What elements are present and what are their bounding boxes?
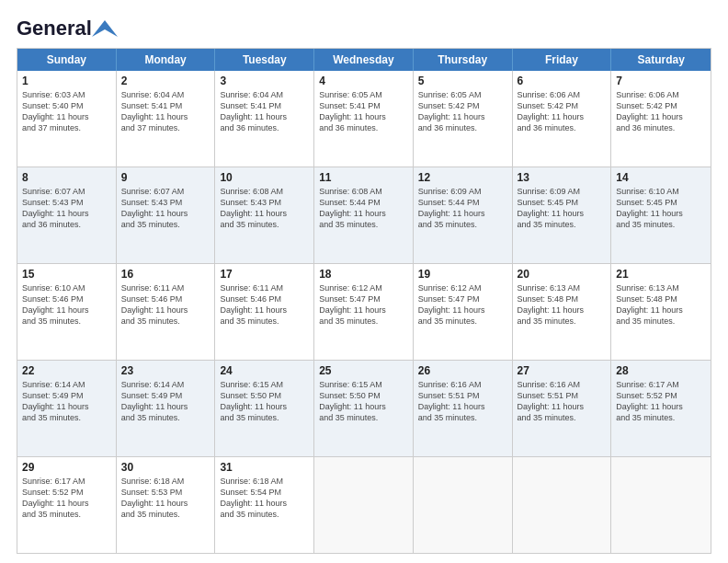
calendar-cell: 5Sunrise: 6:05 AM Sunset: 5:42 PM Daylig… bbox=[414, 71, 513, 167]
calendar: Sunday Monday Tuesday Wednesday Thursday… bbox=[17, 48, 711, 554]
calendar-cell: 12Sunrise: 6:09 AM Sunset: 5:44 PM Dayli… bbox=[414, 167, 513, 263]
day-number: 4 bbox=[319, 75, 408, 87]
header: General bbox=[17, 17, 711, 39]
calendar-cell bbox=[414, 457, 513, 553]
day-info: Sunrise: 6:07 AM Sunset: 5:43 PM Dayligh… bbox=[121, 186, 210, 231]
day-number: 31 bbox=[220, 461, 309, 474]
calendar-cell bbox=[513, 457, 612, 553]
calendar-cell: 23Sunrise: 6:14 AM Sunset: 5:49 PM Dayli… bbox=[117, 361, 216, 456]
logo-icon bbox=[92, 20, 118, 37]
day-number: 19 bbox=[418, 268, 507, 281]
day-info: Sunrise: 6:06 AM Sunset: 5:42 PM Dayligh… bbox=[616, 89, 706, 134]
day-info: Sunrise: 6:16 AM Sunset: 5:51 PM Dayligh… bbox=[418, 379, 507, 424]
calendar-header: Sunday Monday Tuesday Wednesday Thursday… bbox=[17, 49, 711, 71]
day-info: Sunrise: 6:16 AM Sunset: 5:51 PM Dayligh… bbox=[518, 379, 607, 424]
calendar-row-5: 29Sunrise: 6:17 AM Sunset: 5:52 PM Dayli… bbox=[17, 457, 711, 553]
day-number: 1 bbox=[22, 75, 111, 87]
calendar-cell: 16Sunrise: 6:11 AM Sunset: 5:46 PM Dayli… bbox=[117, 264, 216, 360]
header-wednesday: Wednesday bbox=[314, 49, 414, 71]
calendar-cell: 24Sunrise: 6:15 AM Sunset: 5:50 PM Dayli… bbox=[215, 361, 314, 456]
calendar-cell: 15Sunrise: 6:10 AM Sunset: 5:46 PM Dayli… bbox=[17, 264, 117, 360]
day-number: 7 bbox=[616, 75, 706, 87]
calendar-cell: 9Sunrise: 6:07 AM Sunset: 5:43 PM Daylig… bbox=[117, 167, 216, 263]
day-number: 5 bbox=[418, 75, 507, 87]
day-info: Sunrise: 6:17 AM Sunset: 5:52 PM Dayligh… bbox=[616, 379, 706, 424]
day-info: Sunrise: 6:14 AM Sunset: 5:49 PM Dayligh… bbox=[22, 379, 111, 424]
calendar-cell: 26Sunrise: 6:16 AM Sunset: 5:51 PM Dayli… bbox=[414, 361, 513, 456]
day-info: Sunrise: 6:15 AM Sunset: 5:50 PM Dayligh… bbox=[220, 379, 309, 424]
day-info: Sunrise: 6:05 AM Sunset: 5:41 PM Dayligh… bbox=[319, 89, 408, 134]
day-number: 22 bbox=[22, 364, 111, 377]
calendar-cell: 20Sunrise: 6:13 AM Sunset: 5:48 PM Dayli… bbox=[513, 264, 612, 360]
day-info: Sunrise: 6:10 AM Sunset: 5:46 PM Dayligh… bbox=[22, 282, 111, 327]
day-number: 14 bbox=[616, 171, 706, 184]
day-number: 25 bbox=[319, 364, 408, 377]
day-info: Sunrise: 6:04 AM Sunset: 5:41 PM Dayligh… bbox=[121, 89, 210, 134]
day-info: Sunrise: 6:08 AM Sunset: 5:43 PM Dayligh… bbox=[220, 186, 309, 231]
calendar-cell: 29Sunrise: 6:17 AM Sunset: 5:52 PM Dayli… bbox=[17, 457, 117, 553]
page: General Sunday Monday Tuesday Wednesday … bbox=[0, 0, 728, 563]
day-info: Sunrise: 6:17 AM Sunset: 5:52 PM Dayligh… bbox=[22, 476, 111, 521]
day-number: 30 bbox=[121, 461, 210, 474]
day-info: Sunrise: 6:08 AM Sunset: 5:44 PM Dayligh… bbox=[319, 186, 408, 231]
day-info: Sunrise: 6:18 AM Sunset: 5:53 PM Dayligh… bbox=[121, 476, 210, 521]
calendar-cell: 21Sunrise: 6:13 AM Sunset: 5:48 PM Dayli… bbox=[611, 264, 711, 360]
day-number: 12 bbox=[418, 171, 507, 184]
logo: General bbox=[17, 17, 118, 39]
day-info: Sunrise: 6:15 AM Sunset: 5:50 PM Dayligh… bbox=[319, 379, 408, 424]
day-info: Sunrise: 6:11 AM Sunset: 5:46 PM Dayligh… bbox=[121, 282, 210, 327]
day-number: 27 bbox=[518, 364, 607, 377]
calendar-cell: 11Sunrise: 6:08 AM Sunset: 5:44 PM Dayli… bbox=[314, 167, 414, 263]
day-info: Sunrise: 6:07 AM Sunset: 5:43 PM Dayligh… bbox=[22, 186, 111, 231]
day-number: 8 bbox=[22, 171, 111, 184]
day-number: 28 bbox=[616, 364, 706, 377]
logo-general: General bbox=[17, 17, 92, 40]
header-monday: Monday bbox=[117, 49, 216, 71]
calendar-cell: 3Sunrise: 6:04 AM Sunset: 5:41 PM Daylig… bbox=[215, 71, 314, 167]
header-tuesday: Tuesday bbox=[215, 49, 314, 71]
day-info: Sunrise: 6:11 AM Sunset: 5:46 PM Dayligh… bbox=[220, 282, 309, 327]
day-info: Sunrise: 6:05 AM Sunset: 5:42 PM Dayligh… bbox=[418, 89, 507, 134]
day-number: 16 bbox=[121, 268, 210, 281]
calendar-cell: 27Sunrise: 6:16 AM Sunset: 5:51 PM Dayli… bbox=[513, 361, 612, 456]
calendar-cell: 4Sunrise: 6:05 AM Sunset: 5:41 PM Daylig… bbox=[314, 71, 414, 167]
calendar-cell: 18Sunrise: 6:12 AM Sunset: 5:47 PM Dayli… bbox=[314, 264, 414, 360]
calendar-cell: 31Sunrise: 6:18 AM Sunset: 5:54 PM Dayli… bbox=[215, 457, 314, 553]
calendar-row-3: 15Sunrise: 6:10 AM Sunset: 5:46 PM Dayli… bbox=[17, 264, 711, 361]
svg-marker-0 bbox=[92, 20, 118, 37]
calendar-cell: 2Sunrise: 6:04 AM Sunset: 5:41 PM Daylig… bbox=[117, 71, 216, 167]
calendar-cell bbox=[611, 457, 711, 553]
day-info: Sunrise: 6:13 AM Sunset: 5:48 PM Dayligh… bbox=[518, 282, 607, 327]
day-info: Sunrise: 6:14 AM Sunset: 5:49 PM Dayligh… bbox=[121, 379, 210, 424]
day-info: Sunrise: 6:06 AM Sunset: 5:42 PM Dayligh… bbox=[518, 89, 607, 134]
calendar-cell: 28Sunrise: 6:17 AM Sunset: 5:52 PM Dayli… bbox=[611, 361, 711, 456]
calendar-cell: 14Sunrise: 6:10 AM Sunset: 5:45 PM Dayli… bbox=[611, 167, 711, 263]
day-info: Sunrise: 6:18 AM Sunset: 5:54 PM Dayligh… bbox=[220, 476, 309, 521]
calendar-cell: 22Sunrise: 6:14 AM Sunset: 5:49 PM Dayli… bbox=[17, 361, 117, 456]
header-friday: Friday bbox=[513, 49, 612, 71]
day-number: 18 bbox=[319, 268, 408, 281]
day-number: 21 bbox=[616, 268, 706, 281]
header-sunday: Sunday bbox=[17, 49, 117, 71]
day-number: 26 bbox=[418, 364, 507, 377]
day-number: 20 bbox=[518, 268, 607, 281]
day-info: Sunrise: 6:03 AM Sunset: 5:40 PM Dayligh… bbox=[22, 89, 111, 134]
header-saturday: Saturday bbox=[611, 49, 711, 71]
day-info: Sunrise: 6:12 AM Sunset: 5:47 PM Dayligh… bbox=[418, 282, 507, 327]
day-number: 11 bbox=[319, 171, 408, 184]
calendar-cell: 30Sunrise: 6:18 AM Sunset: 5:53 PM Dayli… bbox=[117, 457, 216, 553]
day-number: 10 bbox=[220, 171, 309, 184]
day-info: Sunrise: 6:12 AM Sunset: 5:47 PM Dayligh… bbox=[319, 282, 408, 327]
calendar-cell: 8Sunrise: 6:07 AM Sunset: 5:43 PM Daylig… bbox=[17, 167, 117, 263]
calendar-cell bbox=[314, 457, 414, 553]
day-info: Sunrise: 6:10 AM Sunset: 5:45 PM Dayligh… bbox=[616, 186, 706, 231]
calendar-cell: 6Sunrise: 6:06 AM Sunset: 5:42 PM Daylig… bbox=[513, 71, 612, 167]
calendar-cell: 19Sunrise: 6:12 AM Sunset: 5:47 PM Dayli… bbox=[414, 264, 513, 360]
day-number: 3 bbox=[220, 75, 309, 87]
day-info: Sunrise: 6:13 AM Sunset: 5:48 PM Dayligh… bbox=[616, 282, 706, 327]
day-number: 23 bbox=[121, 364, 210, 377]
day-number: 17 bbox=[220, 268, 309, 281]
day-number: 15 bbox=[22, 268, 111, 281]
calendar-cell: 7Sunrise: 6:06 AM Sunset: 5:42 PM Daylig… bbox=[611, 71, 711, 167]
day-number: 9 bbox=[121, 171, 210, 184]
